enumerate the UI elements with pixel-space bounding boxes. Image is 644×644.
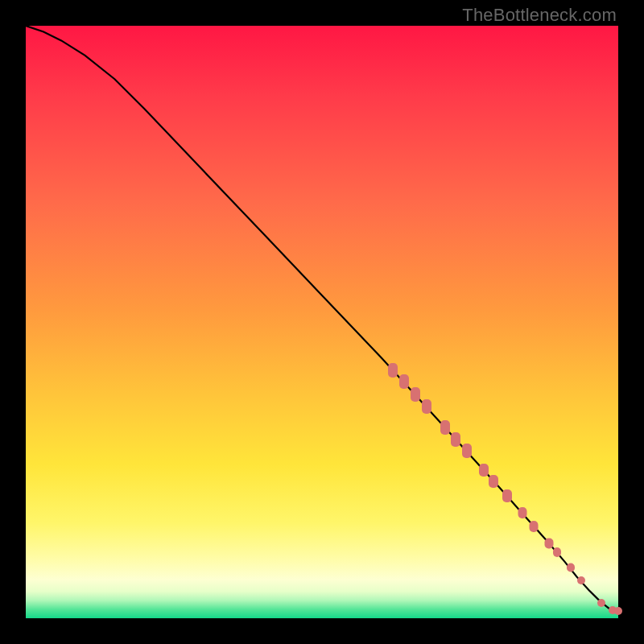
data-marker [614,607,622,615]
data-marker [553,547,561,557]
data-marker [567,564,575,572]
data-marker [451,432,460,447]
data-marker [388,363,398,378]
data-marker [399,374,409,389]
data-marker [489,475,498,488]
data-marker [597,599,605,607]
chart-frame [26,26,618,618]
data-marker [530,521,539,532]
data-marker [462,444,472,458]
data-marker [479,464,489,477]
data-marker [518,507,526,518]
data-marker [502,489,512,502]
data-marker [577,576,585,584]
data-marker [422,399,431,414]
watermark-text: TheBottleneck.com [462,5,617,26]
data-marker [440,420,450,435]
data-marker [544,538,553,548]
data-marker [411,387,420,402]
